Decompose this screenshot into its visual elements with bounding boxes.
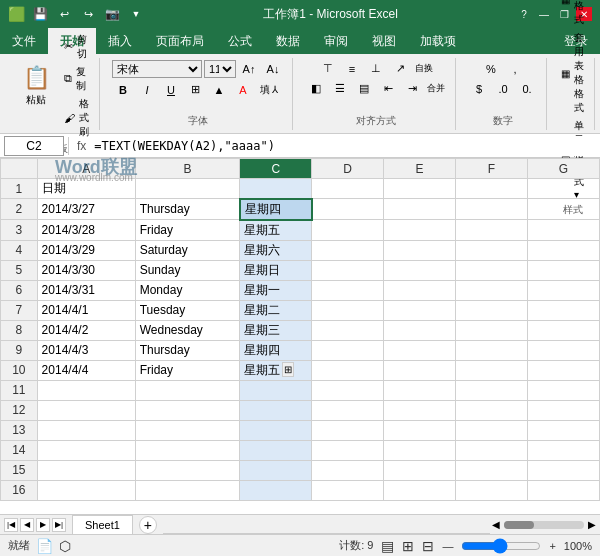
tab-addins[interactable]: 加载项 bbox=[408, 28, 468, 54]
cell-e16[interactable] bbox=[384, 480, 456, 500]
zoom-minus-btn[interactable]: — bbox=[442, 540, 453, 552]
increase-font-btn[interactable]: A↑ bbox=[238, 60, 260, 78]
merge-cells-btn[interactable]: 合并 bbox=[425, 80, 447, 98]
cell-e1[interactable] bbox=[384, 179, 456, 199]
col-header-f[interactable]: F bbox=[456, 159, 528, 179]
cell-f11[interactable] bbox=[456, 380, 528, 400]
cell-e7[interactable] bbox=[384, 300, 456, 320]
table-format-btn[interactable]: ▦ 套用表格格式 bbox=[559, 30, 586, 116]
row-header-5[interactable]: 5 bbox=[1, 260, 38, 280]
qat-dropdown[interactable]: ▼ bbox=[127, 5, 145, 23]
cell-a2[interactable]: 2014/3/27 bbox=[37, 199, 135, 220]
cell-e13[interactable] bbox=[384, 420, 456, 440]
cell-g5[interactable] bbox=[528, 260, 600, 280]
wrap-text-btn[interactable]: 自换 bbox=[413, 60, 435, 78]
cell-g10[interactable] bbox=[528, 360, 600, 380]
italic-btn[interactable]: I bbox=[136, 81, 158, 99]
cell-g11[interactable] bbox=[528, 380, 600, 400]
cell-g4[interactable] bbox=[528, 240, 600, 260]
cell-b7[interactable]: Tuesday bbox=[135, 300, 240, 320]
layout-normal-btn[interactable]: ▤ bbox=[381, 538, 394, 554]
cell-g13[interactable] bbox=[528, 420, 600, 440]
cell-a13[interactable] bbox=[37, 420, 135, 440]
cell-a4[interactable]: 2014/3/29 bbox=[37, 240, 135, 260]
cell-g8[interactable] bbox=[528, 320, 600, 340]
cell-g9[interactable] bbox=[528, 340, 600, 360]
increase-decimal-btn[interactable]: .0 bbox=[492, 80, 514, 98]
rotate-text-btn[interactable]: ↗ bbox=[389, 60, 411, 78]
cell-g16[interactable] bbox=[528, 480, 600, 500]
cell-g2[interactable] bbox=[528, 199, 600, 220]
cell-c14[interactable] bbox=[240, 440, 312, 460]
cell-g15[interactable] bbox=[528, 460, 600, 480]
cell-e2[interactable] bbox=[384, 199, 456, 220]
zoom-plus-btn[interactable]: + bbox=[549, 540, 555, 552]
currency-btn[interactable]: $ bbox=[468, 80, 490, 98]
align-center-btn[interactable]: ☰ bbox=[329, 80, 351, 98]
cell-c11[interactable] bbox=[240, 380, 312, 400]
cell-d7[interactable] bbox=[312, 300, 384, 320]
status-icon2[interactable]: ⬡ bbox=[59, 538, 71, 554]
cell-g3[interactable] bbox=[528, 220, 600, 241]
cell-f9[interactable] bbox=[456, 340, 528, 360]
cell-b6[interactable]: Monday bbox=[135, 280, 240, 300]
cell-f10[interactable] bbox=[456, 360, 528, 380]
cell-f4[interactable] bbox=[456, 240, 528, 260]
sheet-tab-sheet1[interactable]: Sheet1 bbox=[72, 515, 133, 534]
qat-save[interactable]: 💾 bbox=[31, 5, 49, 23]
row-header-14[interactable]: 14 bbox=[1, 440, 38, 460]
cell-d2[interactable] bbox=[312, 199, 384, 220]
cell-c15[interactable] bbox=[240, 460, 312, 480]
cell-b9[interactable]: Thursday bbox=[135, 340, 240, 360]
cell-d11[interactable] bbox=[312, 380, 384, 400]
align-left-btn[interactable]: ◧ bbox=[305, 80, 327, 98]
col-header-e[interactable]: E bbox=[384, 159, 456, 179]
font-size-select[interactable]: 11 bbox=[204, 60, 236, 78]
cell-e9[interactable] bbox=[384, 340, 456, 360]
row-header-2[interactable]: 2 bbox=[1, 199, 38, 220]
cell-f12[interactable] bbox=[456, 400, 528, 420]
col-header-d[interactable]: D bbox=[312, 159, 384, 179]
layout-page-btn[interactable]: ⊞ bbox=[402, 538, 414, 554]
row-header-9[interactable]: 9 bbox=[1, 340, 38, 360]
cell-b5[interactable]: Sunday bbox=[135, 260, 240, 280]
cell-f6[interactable] bbox=[456, 280, 528, 300]
zoom-slider[interactable] bbox=[461, 542, 541, 550]
cell-d3[interactable] bbox=[312, 220, 384, 241]
col-header-c[interactable]: C bbox=[240, 159, 312, 179]
tab-insert[interactable]: 插入 bbox=[96, 28, 144, 54]
cell-c3[interactable]: 星期五 bbox=[240, 220, 312, 241]
prev-sheet-btn[interactable]: ◀ bbox=[20, 518, 34, 532]
cell-a10[interactable]: 2014/4/4 bbox=[37, 360, 135, 380]
row-header-10[interactable]: 10 bbox=[1, 360, 38, 380]
cell-a12[interactable] bbox=[37, 400, 135, 420]
cell-d1[interactable] bbox=[312, 179, 384, 199]
scroll-right-btn[interactable]: ▶ bbox=[588, 519, 596, 530]
cell-f3[interactable] bbox=[456, 220, 528, 241]
cell-d15[interactable] bbox=[312, 460, 384, 480]
fill-color-btn[interactable]: ▲ bbox=[208, 81, 230, 99]
formula-input[interactable] bbox=[94, 136, 596, 156]
cell-a1[interactable]: 日期 bbox=[37, 179, 135, 199]
cell-e14[interactable] bbox=[384, 440, 456, 460]
conditional-format-btn[interactable]: ▦ 条件格式 bbox=[559, 0, 586, 28]
cell-c13[interactable] bbox=[240, 420, 312, 440]
cell-c16[interactable] bbox=[240, 480, 312, 500]
cell-a15[interactable] bbox=[37, 460, 135, 480]
cell-b15[interactable] bbox=[135, 460, 240, 480]
row-header-16[interactable]: 16 bbox=[1, 480, 38, 500]
tab-review[interactable]: 审阅 bbox=[312, 28, 360, 54]
underline-btn[interactable]: U bbox=[160, 81, 182, 99]
cell-g1[interactable] bbox=[528, 179, 600, 199]
cell-d5[interactable] bbox=[312, 260, 384, 280]
layout-pagebreak-btn[interactable]: ⊟ bbox=[422, 538, 434, 554]
bold-btn[interactable]: B bbox=[112, 81, 134, 99]
cell-f7[interactable] bbox=[456, 300, 528, 320]
cell-f8[interactable] bbox=[456, 320, 528, 340]
minimize-btn[interactable]: — bbox=[536, 7, 552, 21]
last-sheet-btn[interactable]: ▶| bbox=[52, 518, 66, 532]
row-header-12[interactable]: 12 bbox=[1, 400, 38, 420]
cell-g14[interactable] bbox=[528, 440, 600, 460]
percent-btn[interactable]: % bbox=[480, 60, 502, 78]
border-btn[interactable]: ⊞ bbox=[184, 81, 206, 99]
